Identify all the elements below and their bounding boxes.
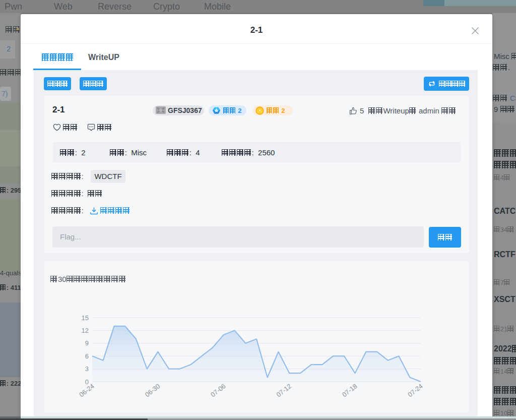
svg-text:07-24: 07-24 bbox=[406, 382, 424, 398]
svg-text:07-18: 07-18 bbox=[341, 382, 358, 398]
svg-text:3: 3 bbox=[85, 365, 89, 373]
svg-text:07-06: 07-06 bbox=[209, 382, 227, 398]
svg-text:15: 15 bbox=[82, 314, 89, 322]
svg-text:06-30: 06-30 bbox=[144, 382, 161, 398]
svg-text:12: 12 bbox=[82, 327, 89, 334]
svg-text:07-12: 07-12 bbox=[275, 382, 293, 398]
svg-text:6: 6 bbox=[85, 352, 89, 360]
svg-text:9: 9 bbox=[85, 339, 89, 347]
